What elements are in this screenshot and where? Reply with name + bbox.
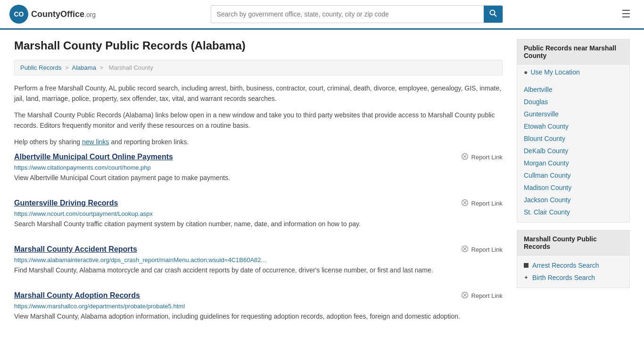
nearby-link-1[interactable]: Douglas xyxy=(524,98,548,106)
record-entry-0: Albertville Municipal Court Online Payme… xyxy=(14,153,503,188)
record-title-3[interactable]: Marshall County Adoption Records xyxy=(14,291,140,300)
nearby-links-list: AlbertvilleDouglasGuntersvilleEtowah Cou… xyxy=(517,80,629,222)
search-input[interactable] xyxy=(211,7,484,22)
logo-area: CO CountyOffice.org xyxy=(9,5,96,24)
record-desc-2: Find Marshall County, Alabama motorcycle… xyxy=(14,265,503,275)
nearby-link-2[interactable]: Guntersville xyxy=(524,110,559,118)
record-url-0[interactable]: https://www.citationpayments.com/court/h… xyxy=(14,164,503,171)
record-title-0[interactable]: Albertville Municipal Court Online Payme… xyxy=(14,153,173,161)
intro-text-3: Help others by sharing new links and rep… xyxy=(14,137,503,147)
search-button[interactable] xyxy=(484,6,503,23)
nearby-link-0[interactable]: Albertville xyxy=(524,86,553,93)
record-desc-0: View Albertville Municipal Court citatio… xyxy=(14,173,503,183)
logo-text: CountyOffice.org xyxy=(31,9,96,19)
content-area: Marshall County Public Records (Alabama)… xyxy=(14,39,503,337)
intro-text-1: Perform a free Marshall County, AL publi… xyxy=(14,83,503,104)
record-header-1: Guntersville Driving Records Report Link xyxy=(14,199,503,208)
breadcrumb: Public Records > Alabama > Marshall Coun… xyxy=(14,60,503,75)
nearby-list-item-3: Etowah County xyxy=(517,120,629,132)
records-list: Albertville Municipal Court Online Payme… xyxy=(14,153,503,326)
nearby-link-10[interactable]: St. Clair County xyxy=(524,208,570,216)
header-right: ☰ xyxy=(618,6,635,22)
records-link-item-0: Arrest Records Search xyxy=(517,259,629,272)
svg-text:CO: CO xyxy=(14,10,24,18)
record-entry-1: Guntersville Driving Records Report Link… xyxy=(14,199,503,234)
record-header-2: Marshall County Accident Reports Report … xyxy=(14,245,503,255)
records-section: Marshall County Public Records Arrest Re… xyxy=(517,230,630,288)
record-url-2[interactable]: https://www.alabamainteractive.org/dps_c… xyxy=(14,256,503,263)
header: CO CountyOffice.org ☰ xyxy=(0,0,644,30)
nearby-list-item-8: Madison County xyxy=(517,181,629,194)
nearby-list-item-1: Douglas xyxy=(517,96,629,108)
nearby-link-5[interactable]: DeKalb County xyxy=(524,147,568,155)
logo-icon: CO xyxy=(9,5,28,24)
hamburger-menu-button[interactable]: ☰ xyxy=(618,6,635,22)
record-bullet-square-0 xyxy=(524,263,528,268)
report-link-2[interactable]: Report Link xyxy=(461,245,503,255)
record-header-3: Marshall County Adoption Records Report … xyxy=(14,291,503,301)
record-entry-3: Marshall County Adoption Records Report … xyxy=(14,291,503,326)
report-icon-1 xyxy=(461,199,469,208)
nearby-list-item-9: Jackson County xyxy=(517,194,629,206)
use-my-location-link[interactable]: Use My Location xyxy=(530,68,579,76)
breadcrumb-sep-1: > xyxy=(65,64,69,71)
nearby-list-item-7: Cullman County xyxy=(517,169,629,181)
nearby-list-item-0: Albertville xyxy=(517,83,629,96)
svg-point-2 xyxy=(490,10,495,15)
nearby-link-7[interactable]: Cullman County xyxy=(524,172,571,179)
sidebar: Public Records near Marshall County ● Us… xyxy=(517,39,630,337)
report-link-3[interactable]: Report Link xyxy=(461,291,503,301)
report-label-2: Report Link xyxy=(471,246,503,253)
record-desc-3: View Marshall County, Alabama adoption i… xyxy=(14,312,503,321)
report-icon-0 xyxy=(461,153,469,162)
record-bullet-star-1: ✦ xyxy=(524,274,528,281)
breadcrumb-sep-2: > xyxy=(100,64,104,71)
report-link-1[interactable]: Report Link xyxy=(461,199,503,208)
use-my-location-item: ● Use My Location xyxy=(517,65,629,80)
report-label-1: Report Link xyxy=(471,200,503,207)
record-entry-2: Marshall County Accident Reports Report … xyxy=(14,245,503,280)
nearby-link-6[interactable]: Morgan County xyxy=(524,159,569,167)
record-url-1[interactable]: https://www.ncourt.com/courtpayment/Look… xyxy=(14,210,503,217)
nearby-link-8[interactable]: Madison County xyxy=(524,184,571,191)
records-link-item-1: ✦Birth Records Search xyxy=(517,272,629,284)
breadcrumb-public-records[interactable]: Public Records xyxy=(20,64,61,71)
records-link-1[interactable]: Birth Records Search xyxy=(532,274,595,281)
breadcrumb-current: Marshall County xyxy=(109,64,153,71)
intro-text-2: The Marshall County Public Records (Alab… xyxy=(14,110,503,131)
records-section-title: Marshall County Public Records xyxy=(517,230,629,255)
nearby-list-item-6: Morgan County xyxy=(517,157,629,169)
record-url-3[interactable]: https://www.marshallco.org/departments/p… xyxy=(14,303,503,310)
report-icon-2 xyxy=(461,245,469,255)
nearby-list-item-10: St. Clair County xyxy=(517,206,629,218)
record-desc-1: Search Marshall County traffic citation … xyxy=(14,219,503,229)
record-header-0: Albertville Municipal Court Online Payme… xyxy=(14,153,503,162)
records-links-list: Arrest Records Search✦Birth Records Sear… xyxy=(517,255,629,288)
svg-line-3 xyxy=(494,15,496,17)
nearby-list-item-5: DeKalb County xyxy=(517,145,629,157)
search-bar xyxy=(211,5,503,23)
location-pin-icon: ● xyxy=(524,68,528,76)
new-links-link[interactable]: new links xyxy=(82,138,109,146)
report-icon-3 xyxy=(461,291,469,301)
nearby-title: Public Records near Marshall County xyxy=(517,40,629,65)
nearby-link-3[interactable]: Etowah County xyxy=(524,123,569,130)
report-label-0: Report Link xyxy=(471,154,503,161)
nearby-list-item-4: Blount County xyxy=(517,132,629,145)
nearby-list-item-2: Guntersville xyxy=(517,108,629,120)
report-label-3: Report Link xyxy=(471,292,503,299)
record-title-1[interactable]: Guntersville Driving Records xyxy=(14,199,118,207)
main-container: Marshall County Public Records (Alabama)… xyxy=(0,30,644,347)
record-title-2[interactable]: Marshall County Accident Reports xyxy=(14,245,137,254)
breadcrumb-alabama[interactable]: Alabama xyxy=(72,64,96,71)
nearby-link-4[interactable]: Blount County xyxy=(524,135,565,142)
report-link-0[interactable]: Report Link xyxy=(461,153,503,162)
page-title: Marshall County Public Records (Alabama) xyxy=(14,39,503,52)
nearby-section: Public Records near Marshall County ● Us… xyxy=(517,39,630,222)
nearby-link-9[interactable]: Jackson County xyxy=(524,196,571,204)
records-link-0[interactable]: Arrest Records Search xyxy=(532,262,599,269)
